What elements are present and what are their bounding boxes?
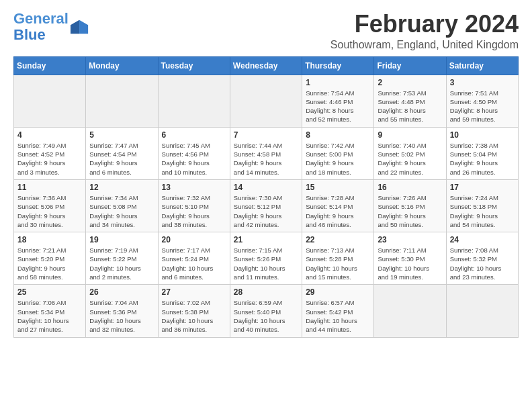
day-number: 13 (162, 183, 226, 192)
day-number: 22 (306, 235, 370, 244)
day-info: Sunrise: 7:54 AM Sunset: 4:46 PM Dayligh… (306, 89, 370, 124)
calendar-cell: 22Sunrise: 7:13 AM Sunset: 5:28 PM Dayli… (302, 232, 374, 285)
calendar-cell (374, 285, 446, 337)
day-number: 12 (89, 183, 154, 192)
day-number: 24 (450, 235, 515, 244)
day-number: 14 (234, 183, 298, 192)
weekday-header: Monday (86, 56, 158, 75)
weekday-header: Sunday (14, 56, 86, 75)
day-info: Sunrise: 7:21 AM Sunset: 5:20 PM Dayligh… (17, 246, 82, 281)
page-header: General Blue February 2024 Southowram, E… (13, 11, 519, 51)
day-info: Sunrise: 7:19 AM Sunset: 5:22 PM Dayligh… (89, 246, 154, 281)
weekday-header: Wednesday (230, 56, 302, 75)
calendar-cell: 6Sunrise: 7:45 AM Sunset: 4:56 PM Daylig… (158, 127, 230, 179)
day-number: 1 (306, 78, 370, 87)
day-info: Sunrise: 7:26 AM Sunset: 5:16 PM Dayligh… (378, 193, 442, 229)
svg-marker-1 (71, 20, 79, 34)
location-subtitle: Southowram, England, United Kingdom (330, 39, 519, 51)
day-number: 23 (378, 235, 442, 244)
calendar-cell: 23Sunrise: 7:11 AM Sunset: 5:30 PM Dayli… (374, 232, 446, 285)
calendar-cell: 9Sunrise: 7:40 AM Sunset: 5:02 PM Daylig… (374, 127, 446, 179)
day-info: Sunrise: 7:34 AM Sunset: 5:08 PM Dayligh… (89, 193, 154, 229)
calendar-cell: 26Sunrise: 7:04 AM Sunset: 5:36 PM Dayli… (86, 285, 158, 337)
calendar-cell: 7Sunrise: 7:44 AM Sunset: 4:58 PM Daylig… (230, 127, 302, 179)
calendar-cell: 12Sunrise: 7:34 AM Sunset: 5:08 PM Dayli… (86, 179, 158, 232)
calendar-week-row: 11Sunrise: 7:36 AM Sunset: 5:06 PM Dayli… (14, 179, 519, 232)
svg-marker-0 (79, 20, 88, 34)
calendar-cell: 14Sunrise: 7:30 AM Sunset: 5:12 PM Dayli… (230, 179, 302, 232)
calendar-cell: 29Sunrise: 6:57 AM Sunset: 5:42 PM Dayli… (302, 285, 374, 337)
day-info: Sunrise: 7:15 AM Sunset: 5:26 PM Dayligh… (234, 246, 298, 281)
calendar-table: SundayMondayTuesdayWednesdayThursdayFrid… (13, 56, 519, 338)
day-info: Sunrise: 7:02 AM Sunset: 5:38 PM Dayligh… (162, 298, 226, 334)
day-info: Sunrise: 7:53 AM Sunset: 4:48 PM Dayligh… (378, 89, 442, 124)
day-info: Sunrise: 7:44 AM Sunset: 4:58 PM Dayligh… (234, 141, 298, 177)
calendar-cell: 8Sunrise: 7:42 AM Sunset: 5:00 PM Daylig… (302, 127, 374, 179)
day-info: Sunrise: 7:04 AM Sunset: 5:36 PM Dayligh… (89, 298, 154, 334)
calendar-week-row: 4Sunrise: 7:49 AM Sunset: 4:52 PM Daylig… (14, 127, 519, 179)
logo-line1: General (13, 10, 69, 27)
calendar-cell: 18Sunrise: 7:21 AM Sunset: 5:20 PM Dayli… (14, 232, 86, 285)
day-info: Sunrise: 7:47 AM Sunset: 4:54 PM Dayligh… (89, 141, 154, 177)
calendar-cell (446, 285, 518, 337)
day-info: Sunrise: 7:28 AM Sunset: 5:14 PM Dayligh… (306, 193, 370, 229)
calendar-cell: 5Sunrise: 7:47 AM Sunset: 4:54 PM Daylig… (86, 127, 158, 179)
calendar-cell (230, 75, 302, 127)
logo-line2: Blue (13, 26, 46, 43)
day-number: 7 (234, 130, 298, 140)
day-number: 10 (450, 130, 515, 140)
day-info: Sunrise: 7:40 AM Sunset: 5:02 PM Dayligh… (378, 141, 442, 177)
day-number: 28 (234, 287, 298, 297)
day-info: Sunrise: 7:13 AM Sunset: 5:28 PM Dayligh… (306, 246, 370, 281)
calendar-cell: 16Sunrise: 7:26 AM Sunset: 5:16 PM Dayli… (374, 179, 446, 232)
logo: General Blue (13, 11, 89, 43)
calendar-week-row: 25Sunrise: 7:06 AM Sunset: 5:34 PM Dayli… (14, 285, 519, 337)
day-number: 18 (17, 235, 82, 244)
logo-text: General Blue (13, 11, 69, 43)
calendar-cell: 28Sunrise: 6:59 AM Sunset: 5:40 PM Dayli… (230, 285, 302, 337)
calendar-week-row: 1Sunrise: 7:54 AM Sunset: 4:46 PM Daylig… (14, 75, 519, 127)
weekday-header: Tuesday (158, 56, 230, 75)
day-number: 9 (378, 130, 442, 140)
day-info: Sunrise: 6:57 AM Sunset: 5:42 PM Dayligh… (306, 298, 370, 334)
calendar-cell: 10Sunrise: 7:38 AM Sunset: 5:04 PM Dayli… (446, 127, 518, 179)
day-number: 25 (17, 287, 82, 297)
calendar-cell: 13Sunrise: 7:32 AM Sunset: 5:10 PM Dayli… (158, 179, 230, 232)
day-info: Sunrise: 7:45 AM Sunset: 4:56 PM Dayligh… (162, 141, 226, 177)
calendar-cell: 20Sunrise: 7:17 AM Sunset: 5:24 PM Dayli… (158, 232, 230, 285)
day-number: 11 (17, 183, 82, 192)
day-number: 5 (89, 130, 154, 140)
month-title: February 2024 (330, 11, 519, 38)
calendar-cell: 4Sunrise: 7:49 AM Sunset: 4:52 PM Daylig… (14, 127, 86, 179)
weekday-header: Thursday (302, 56, 374, 75)
calendar-cell: 15Sunrise: 7:28 AM Sunset: 5:14 PM Dayli… (302, 179, 374, 232)
day-number: 20 (162, 235, 226, 244)
calendar-cell: 11Sunrise: 7:36 AM Sunset: 5:06 PM Dayli… (14, 179, 86, 232)
day-info: Sunrise: 7:30 AM Sunset: 5:12 PM Dayligh… (234, 193, 298, 229)
calendar-cell: 21Sunrise: 7:15 AM Sunset: 5:26 PM Dayli… (230, 232, 302, 285)
day-info: Sunrise: 7:49 AM Sunset: 4:52 PM Dayligh… (17, 141, 82, 177)
day-info: Sunrise: 6:59 AM Sunset: 5:40 PM Dayligh… (234, 298, 298, 334)
day-number: 6 (162, 130, 226, 140)
title-area: February 2024 Southowram, England, Unite… (330, 11, 519, 51)
day-number: 3 (450, 78, 515, 87)
day-number: 29 (306, 287, 370, 297)
calendar-cell: 19Sunrise: 7:19 AM Sunset: 5:22 PM Dayli… (86, 232, 158, 285)
day-info: Sunrise: 7:24 AM Sunset: 5:18 PM Dayligh… (450, 193, 515, 229)
day-info: Sunrise: 7:42 AM Sunset: 5:00 PM Dayligh… (306, 141, 370, 177)
calendar-week-row: 18Sunrise: 7:21 AM Sunset: 5:20 PM Dayli… (14, 232, 519, 285)
logo-icon (71, 17, 89, 36)
day-info: Sunrise: 7:06 AM Sunset: 5:34 PM Dayligh… (17, 298, 82, 334)
day-info: Sunrise: 7:08 AM Sunset: 5:32 PM Dayligh… (450, 246, 515, 281)
calendar-cell (86, 75, 158, 127)
weekday-header: Saturday (446, 56, 518, 75)
calendar-cell: 2Sunrise: 7:53 AM Sunset: 4:48 PM Daylig… (374, 75, 446, 127)
calendar-cell (158, 75, 230, 127)
day-number: 4 (17, 130, 82, 140)
weekday-header: Friday (374, 56, 446, 75)
day-info: Sunrise: 7:32 AM Sunset: 5:10 PM Dayligh… (162, 193, 226, 229)
day-info: Sunrise: 7:36 AM Sunset: 5:06 PM Dayligh… (17, 193, 82, 229)
day-number: 27 (162, 287, 226, 297)
day-info: Sunrise: 7:17 AM Sunset: 5:24 PM Dayligh… (162, 246, 226, 281)
calendar-cell: 25Sunrise: 7:06 AM Sunset: 5:34 PM Dayli… (14, 285, 86, 337)
